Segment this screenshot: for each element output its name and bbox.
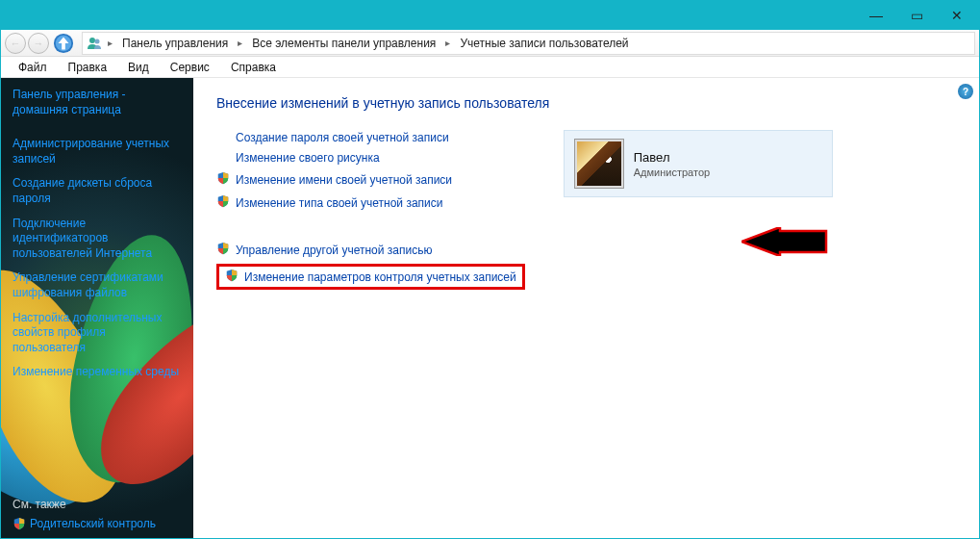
sidebar: Панель управления - домашняя страница Ад… <box>1 78 193 538</box>
highlighted-task-box: Изменение параметров контроля учетных за… <box>216 264 525 290</box>
sidebar-link-label: Родительский контроль <box>30 517 156 530</box>
account-card: Павел Администратор <box>564 130 833 197</box>
maximize-button[interactable]: ▭ <box>896 2 937 29</box>
task-change-uac[interactable]: Изменение параметров контроля учетных за… <box>225 269 516 285</box>
breadcrumb-item[interactable]: Учетные записи пользователей <box>456 35 632 52</box>
task-label: Изменение своего рисунка <box>236 151 380 165</box>
chevron-right-icon: ▸ <box>236 38 244 48</box>
window-titlebar: — ▭ ✕ <box>1 1 979 30</box>
task-create-password[interactable]: Создание пароля своей учетной записи <box>216 130 525 145</box>
avatar-image <box>577 141 621 186</box>
shield-icon <box>216 242 230 258</box>
task-manage-other[interactable]: Управление другой учетной записью <box>216 241 525 259</box>
chevron-right-icon: ▸ <box>443 38 452 48</box>
page-title: Внесение изменений в учетную запись поль… <box>216 95 956 111</box>
minimize-button[interactable]: — <box>856 2 896 29</box>
breadcrumb-item[interactable]: Все элементы панели управления <box>248 35 440 52</box>
account-name: Павел <box>634 150 710 165</box>
back-button[interactable]: ← <box>5 33 26 54</box>
sidebar-link-certificates[interactable]: Управление сертификатами шифрования файл… <box>13 270 182 300</box>
shield-icon <box>13 517 26 530</box>
svg-point-2 <box>89 38 95 43</box>
close-button[interactable]: ✕ <box>937 2 977 29</box>
task-label: Управление другой учетной записью <box>236 244 432 257</box>
breadcrumb[interactable]: ▸ Панель управления ▸ Все элементы панел… <box>82 32 975 55</box>
menu-edit[interactable]: Правка <box>59 59 117 76</box>
sidebar-link-profile-props[interactable]: Настройка дополнительных свойств профиля… <box>13 311 182 356</box>
account-role: Администратор <box>634 167 710 178</box>
task-change-type[interactable]: Изменение типа своей учетной записи <box>216 193 525 212</box>
task-change-name[interactable]: Изменение имени своей учетной записи <box>216 170 525 189</box>
annotation-arrow <box>741 227 828 256</box>
task-label: Изменение типа своей учетной записи <box>236 196 442 210</box>
avatar <box>574 139 624 189</box>
sidebar-link-admin-accounts[interactable]: Администрирование учетных записей <box>13 137 182 167</box>
up-button[interactable] <box>51 31 76 56</box>
menu-bar: Файл Правка Вид Сервис Справка <box>1 57 979 78</box>
menu-view[interactable]: Вид <box>118 59 159 76</box>
breadcrumb-item[interactable]: Панель управления <box>118 35 232 52</box>
sidebar-link-internet-ids[interactable]: Подключение идентификаторов пользователе… <box>13 217 182 262</box>
task-label: Изменение имени своей учетной записи <box>236 173 452 187</box>
sidebar-link-parental[interactable]: Родительский контроль <box>13 517 182 530</box>
menu-service[interactable]: Сервис <box>161 59 219 76</box>
chevron-right-icon: ▸ <box>106 38 114 48</box>
sidebar-link-env-vars[interactable]: Изменение переменных среды <box>13 365 182 380</box>
user-accounts-icon <box>87 36 102 51</box>
sidebar-link-home[interactable]: Панель управления - домашняя страница <box>13 88 182 117</box>
up-arrow-icon <box>53 33 74 54</box>
task-label: Изменение параметров контроля учетных за… <box>244 270 516 284</box>
task-label: Создание пароля своей учетной записи <box>236 131 449 144</box>
see-also-label: См. также <box>13 498 182 511</box>
navigation-bar: ← → ▸ Панель управления ▸ Все элементы п… <box>1 30 979 57</box>
svg-point-3 <box>95 38 100 43</box>
menu-file[interactable]: Файл <box>9 59 57 76</box>
shield-icon <box>225 269 239 285</box>
forward-button[interactable]: → <box>28 33 49 54</box>
shield-icon <box>216 194 230 211</box>
menu-help[interactable]: Справка <box>221 59 286 76</box>
sidebar-link-reset-disk[interactable]: Создание дискеты сброса пароля <box>13 176 182 206</box>
shield-icon <box>216 171 230 188</box>
content-area: ? Внесение изменений в учетную запись по… <box>193 78 979 538</box>
help-icon[interactable]: ? <box>958 84 973 99</box>
task-change-picture[interactable]: Изменение своего рисунка <box>216 150 525 166</box>
